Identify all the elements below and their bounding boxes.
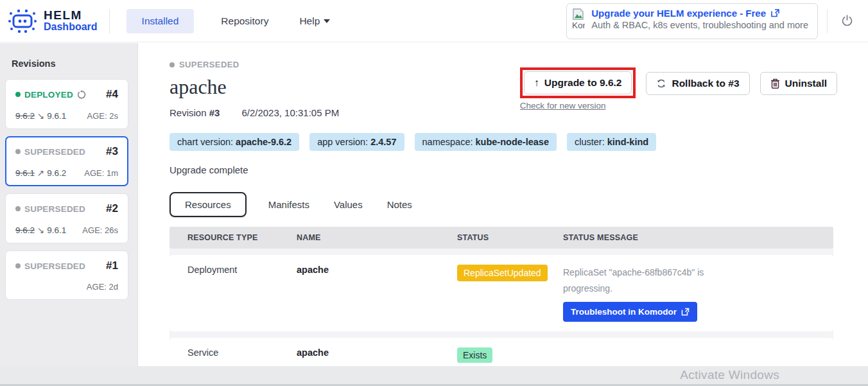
revision-card-2[interactable]: SUPERSEDED #2 9.6.2 ↘ 9.6.1 AGE: 26s: [5, 193, 128, 243]
version-to: 9.6.1: [47, 225, 66, 235]
status-badge: ReplicaSetUpdated: [457, 265, 548, 281]
revision-card-1[interactable]: SUPERSEDED #1 AGE: 2d: [5, 250, 128, 300]
brand-logo[interactable]: HELM Dashboard: [0, 8, 109, 34]
version-to: 9.6.2: [47, 168, 66, 178]
promo-subtitle: Auth & RBAC, k8s events, troubleshooting…: [591, 20, 808, 30]
release-detail-panel: SUPERSEDED apache Revision #3 6/2/2023, …: [139, 43, 868, 366]
revision-age: AGE: 1m: [84, 168, 118, 178]
helm-robot-logo-icon: [8, 8, 37, 34]
status-dot-icon: [15, 263, 21, 268]
status-dot-icon: [15, 92, 21, 97]
topbar-divider-2: [827, 9, 828, 33]
revision-number: #3: [209, 107, 220, 118]
col-status-message: STATUS MESSAGE: [563, 233, 833, 242]
topbar-divider: [109, 9, 110, 33]
revision-number: #3: [106, 145, 118, 158]
cell-name: apache: [297, 265, 457, 275]
up-arrow-icon: ↑: [534, 77, 539, 89]
tutorial-highlight-box: ↑ Upgrade to 9.6.2: [520, 67, 636, 98]
revisions-sidebar: Revisions DEPLOYED #4 9.6.2 ↘: [0, 43, 138, 386]
rollback-icon: [656, 78, 666, 89]
status-dot-icon: [15, 149, 21, 154]
chart-version-badge: chart version: apache-9.6.2: [169, 133, 299, 151]
col-status: STATUS: [457, 233, 563, 242]
power-button[interactable]: [837, 10, 858, 31]
sidebar-title: Revisions: [12, 58, 137, 69]
release-actions: ↑ Upgrade to 9.6.2 Check for new version…: [520, 67, 837, 110]
cell-resource-type: Deployment: [187, 265, 297, 275]
rollback-button[interactable]: Rollback to #3: [646, 72, 749, 95]
resources-table: RESOURCE TYPE NAME STATUS STATUS MESSAGE…: [169, 227, 833, 373]
revision-label: Revision: [169, 107, 209, 118]
tab-notes[interactable]: Notes: [385, 193, 415, 216]
version-from: 9.6.2: [15, 225, 35, 235]
cell-name: apache: [297, 347, 457, 358]
col-name: NAME: [297, 233, 457, 242]
nav-help[interactable]: Help: [295, 9, 334, 33]
check-new-version-link[interactable]: Check for new version: [520, 101, 636, 110]
promo-title: Upgrade your HELM experience - Free: [591, 8, 808, 19]
app-version-badge: app version: 2.4.57: [309, 133, 404, 151]
revision-status: SUPERSEDED: [15, 204, 85, 214]
power-icon: [840, 14, 854, 28]
broken-image-icon: Komoc: [572, 8, 585, 35]
revision-age: AGE: 26s: [82, 225, 118, 235]
version-from: 9.6.1: [15, 168, 35, 178]
version-from: 9.6.2: [15, 111, 35, 121]
cell-resource-type: Service: [187, 347, 297, 358]
version-arrow-icon: ↘: [37, 110, 44, 121]
komodor-promo-banner[interactable]: Komoc Upgrade your HELM experience - Fre…: [566, 3, 818, 39]
revision-number: #4: [106, 88, 118, 101]
version-arrow-icon: ↘: [37, 225, 44, 235]
revision-datetime: 6/2/2023, 10:31:05 PM: [241, 107, 339, 118]
top-bar: HELM Dashboard Installed Repository Help…: [0, 0, 868, 42]
os-footer-strip: Activate Windows: [0, 366, 868, 386]
revision-status: DEPLOYED: [15, 90, 87, 100]
revision-number: #1: [106, 259, 118, 272]
revision-card-4[interactable]: DEPLOYED #4 9.6.2 ↘ 9.6.1 AGE: 2s: [5, 79, 128, 129]
release-badges: chart version: apache-9.6.2 app version:…: [169, 133, 868, 151]
activate-windows-watermark: Activate Windows: [680, 368, 779, 382]
revision-age: AGE: 2s: [87, 111, 118, 121]
release-note: Upgrade complete: [169, 164, 868, 175]
status-message: ReplicaSet "apache-68fb867c4b" is progre…: [563, 265, 724, 296]
version-to: 9.6.1: [47, 111, 66, 121]
upgrade-button[interactable]: ↑ Upgrade to 9.6.2: [524, 71, 632, 94]
brand-subname: Dashboard: [44, 22, 98, 33]
revision-number: #2: [106, 202, 118, 215]
promo-image-alt: Komoc: [572, 21, 585, 30]
table-row: Deployment apache ReplicaSetUpdated Repl…: [169, 255, 833, 331]
cluster-badge: cluster: kind-kind: [567, 133, 656, 151]
namespace-badge: namespace: kube-node-lease: [415, 133, 557, 151]
col-resource-type: RESOURCE TYPE: [187, 233, 297, 242]
revision-card-3[interactable]: SUPERSEDED #3 9.6.1 ↗ 9.6.2 AGE: 1m: [5, 136, 128, 186]
caret-down-icon: [324, 19, 330, 23]
revision-age: AGE: 2d: [87, 282, 118, 292]
tab-values[interactable]: Values: [331, 193, 365, 216]
revision-status: SUPERSEDED: [15, 261, 85, 271]
tab-manifests[interactable]: Manifests: [266, 193, 312, 216]
status-badge: Exists: [457, 347, 492, 363]
nav-repository[interactable]: Repository: [217, 9, 272, 33]
troubleshoot-button[interactable]: Troubleshoot in Komodor: [563, 302, 697, 322]
helm-dashboard-screen: HELM Dashboard Installed Repository Help…: [0, 0, 868, 386]
tab-resources[interactable]: Resources: [169, 192, 247, 217]
main-nav: Installed Repository Help: [126, 9, 334, 33]
revision-status: SUPERSEDED: [15, 147, 85, 157]
table-header-row: RESOURCE TYPE NAME STATUS STATUS MESSAGE: [169, 227, 833, 249]
external-link-icon: [770, 8, 780, 18]
nav-installed[interactable]: Installed: [126, 9, 195, 33]
topbar-right: Komoc Upgrade your HELM experience - Fre…: [566, 3, 868, 39]
trash-icon: [770, 78, 780, 89]
brand-name: HELM: [44, 9, 98, 22]
uninstall-button[interactable]: Uninstall: [760, 72, 837, 95]
detail-tabs: Resources Manifests Values Notes: [169, 192, 868, 217]
version-arrow-icon: ↗: [37, 168, 44, 178]
status-dot-icon: [169, 62, 175, 67]
history-icon: [77, 90, 87, 100]
status-dot-icon: [15, 206, 21, 211]
external-link-icon: [681, 308, 690, 316]
